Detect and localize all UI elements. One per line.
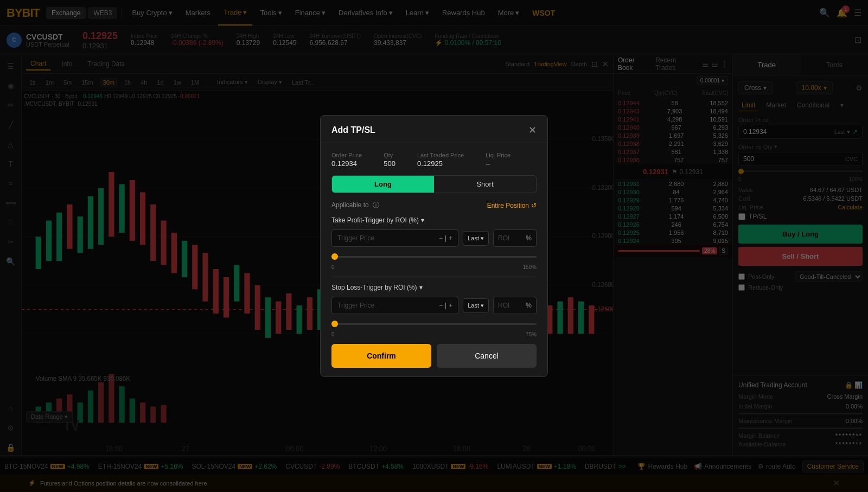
sl-minus-icon[interactable]: −	[439, 302, 443, 309]
tp-minus-icon[interactable]: −	[439, 234, 443, 242]
tp-roi-input[interactable]: ROI %	[493, 229, 537, 247]
tp-label: Take Profit-Trigger by ROI (%) ▾	[331, 216, 537, 224]
sl-roi-input[interactable]: ROI %	[493, 297, 537, 314]
modal-order-price: Order Price 0.12934	[331, 152, 362, 168]
tp-slider-labels: 0 150%	[331, 264, 537, 270]
applicable-info-icon[interactable]: ⓘ	[373, 201, 379, 209]
modal-header: Add TP/SL ✕	[321, 116, 547, 143]
refresh-icon[interactable]: ↺	[531, 202, 537, 209]
tp-input-controls: − | +	[439, 234, 452, 242]
modal-applicable: Applicable to ⓘ Entire Position ↺	[331, 201, 537, 210]
sl-slider[interactable]	[331, 318, 537, 329]
sl-slider-labels: 0 75%	[331, 331, 537, 337]
modal-short-tab[interactable]: Short	[434, 176, 536, 193]
tp-last-selector[interactable]: Last ▾	[463, 231, 489, 246]
modal-cancel-btn[interactable]: Cancel	[437, 344, 537, 368]
tp-slider[interactable]	[331, 251, 537, 262]
take-profit-section: Take Profit-Trigger by ROI (%) ▾ Trigger…	[331, 216, 537, 270]
modal-qty: Qty 500	[384, 152, 395, 168]
sl-label: Stop Loss-Trigger by ROI (%) ▾	[331, 284, 537, 291]
sl-plus-icon[interactable]: +	[449, 302, 452, 309]
modal-title: Add TP/SL	[331, 125, 375, 135]
modal-applicable-label: Applicable to ⓘ	[331, 201, 379, 210]
sl-trigger-input[interactable]: Trigger Price − | +	[331, 297, 458, 314]
tp-trigger-row: Trigger Price − | + Last ▾ ROI %	[331, 229, 537, 247]
sl-trigger-row: Trigger Price − | + Last ▾ ROI %	[331, 297, 537, 314]
tp-plus-icon[interactable]: +	[449, 234, 452, 242]
modal-overlay: Add TP/SL ✕ Order Price 0.12934 Qty 500 …	[0, 0, 868, 492]
modal-body: Order Price 0.12934 Qty 500 Last Traded …	[321, 143, 547, 376]
modal-liq-price: Liq. Price --	[486, 152, 510, 168]
add-tpsl-modal: Add TP/SL ✕ Order Price 0.12934 Qty 500 …	[320, 115, 548, 377]
modal-type-tabs: Long Short	[331, 175, 537, 193]
modal-confirm-btn[interactable]: Confirm	[331, 344, 431, 368]
modal-buttons: Confirm Cancel	[331, 344, 537, 368]
tp-trigger-input[interactable]: Trigger Price − | +	[331, 229, 458, 247]
modal-info-row: Order Price 0.12934 Qty 500 Last Traded …	[331, 152, 537, 168]
sl-last-selector[interactable]: Last ▾	[463, 298, 489, 313]
modal-last-traded: Last Traded Price 0.12925	[417, 152, 464, 168]
modal-applicable-value[interactable]: Entire Position ↺	[487, 202, 537, 209]
stop-loss-section: Stop Loss-Trigger by ROI (%) ▾ Trigger P…	[331, 284, 537, 337]
sl-input-controls: − | +	[439, 302, 452, 309]
modal-close-btn[interactable]: ✕	[528, 124, 537, 136]
modal-long-tab[interactable]: Long	[332, 176, 434, 193]
modal-divider	[331, 277, 537, 277]
